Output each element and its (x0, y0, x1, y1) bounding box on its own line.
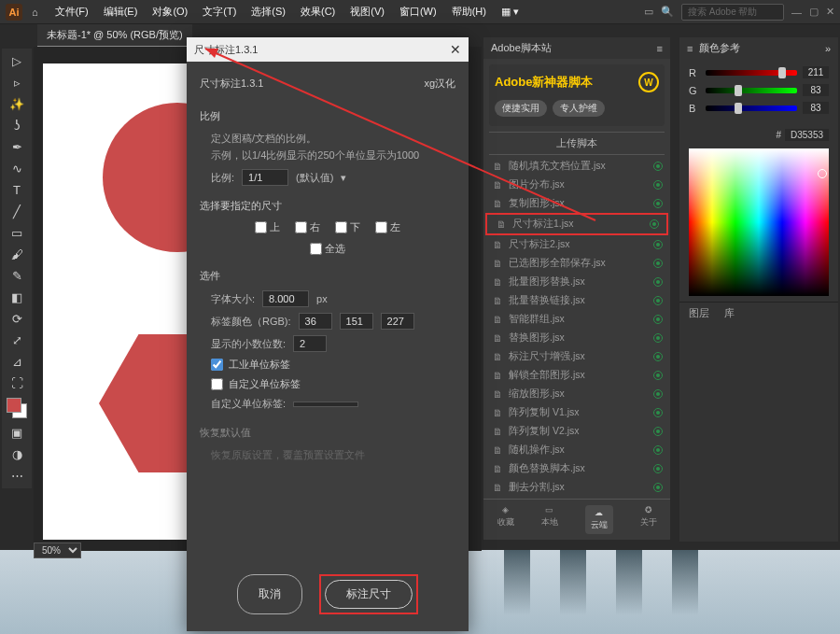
dialog-titlebar[interactable]: 尺寸标注1.3.1 ✕ (187, 37, 469, 62)
custom-unit-input[interactable] (293, 402, 358, 407)
decimals-input[interactable]: 2 (293, 335, 327, 352)
arrange-icon[interactable]: ▭ (644, 6, 653, 18)
lasso-tool[interactable]: ʖ (4, 115, 30, 136)
menu-help[interactable]: 帮助(H) (444, 5, 494, 19)
eraser-tool[interactable]: ◧ (4, 287, 30, 308)
download-dot-icon[interactable] (653, 296, 663, 305)
download-dot-icon[interactable] (653, 199, 663, 208)
menu-edit[interactable]: 编辑(E) (96, 5, 146, 19)
slider-g[interactable] (706, 88, 797, 93)
script-item-0[interactable]: 🗎随机填充文档位置.jsx (483, 157, 670, 176)
chevron-down-icon[interactable]: ▾ (341, 172, 346, 184)
screen-mode-tool[interactable]: ▣ (4, 422, 30, 444)
draw-mode-tool[interactable]: ◑ (4, 444, 30, 465)
color-g-input[interactable]: 151 (340, 313, 373, 330)
submit-button[interactable]: 标注尺寸 (325, 580, 413, 609)
script-item-14[interactable]: 🗎阵列复制 V2.jsx (483, 422, 670, 441)
color-swatch[interactable] (7, 398, 27, 418)
color-guide-header[interactable]: ≡ 颜色参考 » (679, 37, 838, 59)
collapse-icon[interactable]: » (825, 43, 831, 54)
hex-value[interactable]: D35353 (785, 129, 829, 141)
chk-left[interactable]: 左 (375, 220, 400, 234)
script-item-4[interactable]: 🗎尺寸标注2.jsx (483, 235, 670, 254)
menu-file[interactable]: 文件(F) (48, 5, 96, 19)
search-icon[interactable]: 🔍 (661, 6, 674, 18)
script-item-17[interactable]: 🗎删去分割.jsx (483, 478, 670, 497)
menu-type[interactable]: 文字(T) (195, 5, 244, 19)
pill-maintained[interactable]: 专人护维 (553, 100, 605, 117)
color-spectrum[interactable] (689, 148, 829, 296)
nav-cloud[interactable]: ☁云端 (585, 505, 613, 534)
download-dot-icon[interactable] (653, 315, 663, 324)
script-item-7[interactable]: 🗎批量替换链接.jsx (483, 291, 670, 310)
menu-select[interactable]: 选择(S) (244, 5, 293, 19)
nav-about[interactable]: ✪关于 (640, 505, 657, 534)
script-item-1[interactable]: 🗎图片分布.jsx (483, 176, 670, 194)
color-r-input[interactable]: 36 (299, 313, 332, 330)
line-tool[interactable]: ╱ (4, 201, 30, 222)
download-dot-icon[interactable] (653, 277, 663, 287)
slider-r-value[interactable]: 211 (803, 66, 829, 78)
download-dot-icon[interactable] (653, 371, 663, 380)
pill-convenient[interactable]: 便捷实用 (495, 100, 547, 117)
document-tab[interactable]: 未标题-1* @ 50% (RGB/预览) (37, 24, 192, 48)
chk-select-all[interactable]: 全选 (310, 242, 345, 256)
script-item-8[interactable]: 🗎智能群组.jsx (483, 310, 670, 329)
script-item-2[interactable]: 🗎复制图形.jsx (483, 194, 670, 213)
upload-script-button[interactable]: 上传脚本 (489, 132, 665, 155)
zoom-select[interactable]: 50% (34, 542, 81, 558)
script-item-10[interactable]: 🗎标注尺寸增强.jsx (483, 347, 670, 366)
download-dot-icon[interactable] (653, 333, 663, 343)
font-size-input[interactable]: 8.000 (262, 290, 309, 307)
workspace-icon[interactable]: ▦ ▾ (494, 6, 526, 18)
direct-select-tool[interactable]: ▹ (4, 72, 30, 93)
download-dot-icon[interactable] (653, 427, 663, 436)
slider-b-value[interactable]: 83 (803, 102, 829, 114)
menu-effect[interactable]: 效果(C) (293, 5, 343, 19)
slider-r[interactable] (706, 70, 797, 76)
shaper-tool[interactable]: ✎ (4, 265, 30, 287)
close-window-icon[interactable]: ✕ (826, 6, 834, 18)
menu-object[interactable]: 对象(O) (145, 5, 195, 19)
download-dot-icon[interactable] (653, 389, 663, 399)
chk-top[interactable]: 上 (255, 220, 280, 234)
ratio-default[interactable]: (默认值) (296, 171, 333, 185)
libraries-tab[interactable]: 库 (724, 306, 735, 320)
curvature-tool[interactable]: ∿ (4, 158, 30, 179)
search-input[interactable]: 搜索 Adobe 帮助 (681, 4, 784, 21)
maximize-icon[interactable]: ▢ (809, 6, 819, 18)
more-tools[interactable]: ⋯ (4, 465, 30, 486)
slider-b[interactable] (706, 106, 797, 111)
chk-industrial[interactable]: 工业单位标签 (211, 358, 455, 372)
download-dot-icon[interactable] (653, 352, 663, 361)
download-dot-icon[interactable] (653, 445, 663, 455)
download-dot-icon[interactable] (653, 259, 663, 268)
download-dot-icon[interactable] (653, 240, 663, 249)
download-dot-icon[interactable] (650, 219, 659, 229)
download-dot-icon[interactable] (653, 408, 663, 417)
download-dot-icon[interactable] (653, 483, 663, 492)
rectangle-tool[interactable]: ▭ (4, 222, 30, 244)
layers-tab[interactable]: 图层 (689, 306, 709, 320)
download-dot-icon[interactable] (653, 180, 663, 190)
menu-window[interactable]: 窗口(W) (392, 5, 444, 19)
nav-fav[interactable]: ◈收藏 (497, 505, 514, 534)
type-tool[interactable]: T (4, 179, 30, 201)
magic-wand-tool[interactable]: ✨ (4, 93, 30, 115)
selection-tool[interactable]: ▷ (4, 50, 30, 72)
script-item-9[interactable]: 🗎替换图形.jsx (483, 329, 670, 347)
download-dot-icon[interactable] (653, 464, 663, 473)
brush-tool[interactable]: 🖌 (4, 244, 30, 265)
minimize-icon[interactable]: — (791, 7, 802, 18)
script-item-12[interactable]: 🗎缩放图形.jsx (483, 385, 670, 403)
color-b-input[interactable]: 227 (381, 313, 414, 330)
scale-tool[interactable]: ⤢ (4, 330, 30, 351)
width-tool[interactable]: ⊿ (4, 351, 30, 373)
chk-custom-unit[interactable]: 自定义单位标签 (211, 377, 455, 391)
nav-local[interactable]: ▭本地 (541, 505, 558, 534)
pen-tool[interactable]: ✒ (4, 136, 30, 158)
close-icon[interactable]: ✕ (450, 42, 461, 57)
script-panel-tab[interactable]: Adobe脚本站≡ (483, 37, 670, 59)
script-item-6[interactable]: 🗎批量图形替换.jsx (483, 273, 670, 291)
script-item-5[interactable]: 🗎已选图形全部保存.jsx (483, 254, 670, 273)
